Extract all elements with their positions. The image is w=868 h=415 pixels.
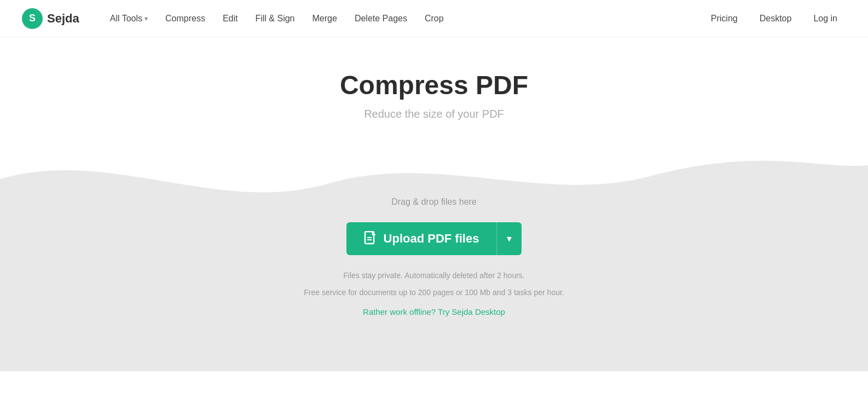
nav-item-all-tools[interactable]: All Tools ▾ — [101, 9, 157, 28]
logo-icon: S — [22, 8, 43, 29]
page-title: Compress PDF — [11, 70, 857, 100]
nav-pricing[interactable]: Pricing — [702, 9, 747, 28]
logo[interactable]: S Sejda — [22, 8, 79, 29]
page-subtitle: Reduce the size of your PDF — [11, 108, 857, 120]
nav-item-edit[interactable]: Edit — [214, 9, 247, 28]
nav-login[interactable]: Log in — [805, 9, 846, 28]
upload-dropdown-button[interactable]: ▾ — [496, 222, 522, 255]
nav-item-delete-pages[interactable]: Delete Pages — [346, 9, 416, 28]
nav-desktop[interactable]: Desktop — [751, 9, 801, 28]
logo-name: Sejda — [47, 11, 79, 26]
upload-button-label: Upload PDF files — [384, 232, 479, 246]
upload-section: Drag & drop files here Upload PDF files … — [0, 142, 868, 371]
dropdown-arrow-icon: ▾ — [507, 233, 512, 244]
hero-section: Compress PDF Reduce the size of your PDF — [0, 37, 868, 142]
pdf-file-icon — [364, 231, 377, 246]
upload-pdf-button[interactable]: Upload PDF files — [346, 222, 497, 255]
privacy-text-line1: Files stay private. Automatically delete… — [343, 268, 525, 283]
nav-item-fill-sign[interactable]: Fill & Sign — [246, 9, 303, 28]
main-nav: All Tools ▾ Compress Edit Fill & Sign Me… — [101, 9, 702, 28]
site-header: S Sejda All Tools ▾ Compress Edit Fill &… — [0, 0, 868, 37]
offline-link[interactable]: Rather work offline? Try Sejda Desktop — [363, 307, 505, 316]
nav-item-merge[interactable]: Merge — [304, 9, 346, 28]
nav-item-crop[interactable]: Crop — [416, 9, 453, 28]
drag-drop-label: Drag & drop files here — [391, 197, 477, 207]
privacy-text-line2: Free service for documents up to 200 pag… — [304, 285, 564, 300]
upload-area: Drag & drop files here Upload PDF files … — [0, 153, 868, 371]
chevron-down-icon: ▾ — [144, 15, 148, 22]
nav-right: Pricing Desktop Log in — [702, 9, 846, 28]
upload-button-group: Upload PDF files ▾ — [346, 222, 522, 255]
nav-item-compress[interactable]: Compress — [157, 9, 214, 28]
